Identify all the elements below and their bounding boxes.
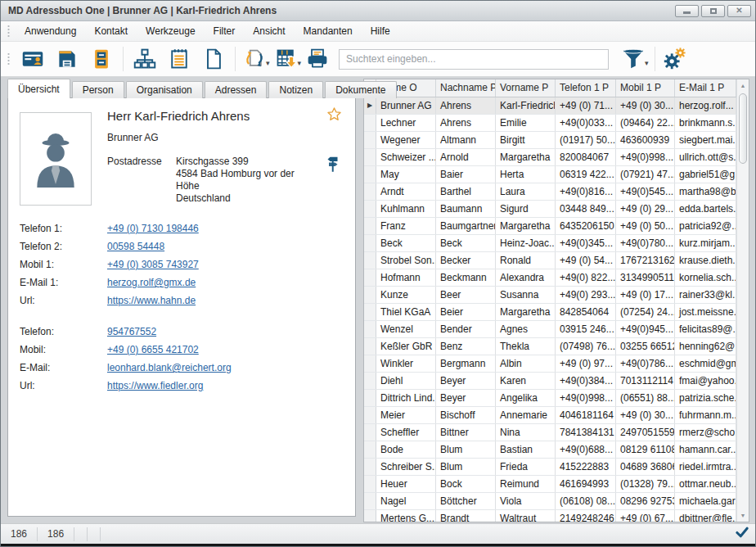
table-cell[interactable]: Heuer [376, 476, 436, 492]
menu-item-mandanten[interactable]: Mandanten [295, 22, 362, 40]
column-header-e-mail-1-p[interactable]: E-Mail 1 P [675, 79, 736, 97]
table-cell[interactable]: gabriel51@g... [675, 166, 736, 183]
row-selector[interactable] [364, 338, 376, 355]
table-cell[interactable]: Böttcher [436, 493, 496, 509]
table-cell[interactable]: hamann.car... [675, 441, 736, 458]
table-row[interactable]: Schreiber S...BlumFrieda41522288304689 3… [364, 459, 736, 476]
row-selector[interactable] [364, 166, 376, 183]
vertical-scrollbar[interactable]: ▲ ▼ [736, 79, 749, 522]
table-row[interactable]: Mertens G...BrandtWaltraut2149248246+49 … [364, 510, 736, 522]
table-cell[interactable]: +49(0)780... [616, 235, 675, 251]
table-cell[interactable]: Brunner AG [376, 97, 436, 114]
row-selector[interactable] [364, 218, 376, 234]
table-cell[interactable]: Beier [436, 304, 496, 320]
new-document-button[interactable] [196, 44, 231, 74]
menu-item-werkzeuge[interactable]: Werkzeuge [137, 22, 204, 40]
table-cell[interactable]: Ahrens [436, 115, 496, 131]
table-cell[interactable]: riedel.irmtra... [675, 459, 736, 475]
table-cell[interactable]: michaela.gar... [675, 493, 736, 509]
table-cell[interactable]: Blum [436, 459, 496, 475]
table-cell[interactable]: martha98@b... [675, 183, 736, 200]
tab-übersicht[interactable]: Übersicht [7, 79, 70, 98]
table-cell[interactable]: +49 (0) 17... [616, 287, 675, 303]
table-cell[interactable]: Scheffler [376, 424, 436, 441]
row-selector[interactable] [364, 252, 376, 269]
table-cell[interactable]: 08296 92753 [616, 493, 675, 509]
table-cell[interactable]: 2149248246 [556, 510, 616, 522]
table-cell[interactable]: (06551) 88... [616, 390, 675, 406]
table-row[interactable]: WenzelBenderAgnes03915 246...+49(0)945..… [364, 321, 736, 338]
tab-adressen[interactable]: Adressen [205, 81, 268, 98]
table-cell[interactable]: Beck [436, 235, 496, 251]
route-button[interactable] [326, 156, 339, 175]
table-cell[interactable]: 6435206150 [556, 218, 616, 234]
table-cell[interactable]: Angelika [496, 390, 556, 406]
table-cell[interactable]: +49 (0) 67... [616, 510, 675, 522]
table-row[interactable]: FranzBaumgartnerMargaretha6435206150+49 … [364, 218, 736, 235]
table-row[interactable]: BodeBlumBastian+49(0)688...08129 61108ha… [364, 441, 736, 459]
archive-cabinet-button[interactable] [84, 44, 119, 74]
table-cell[interactable]: +49(0)545... [616, 183, 675, 200]
row-selector[interactable] [364, 304, 376, 320]
table-cell[interactable]: +49(0) 822... [556, 269, 616, 286]
scrollbar-thumb[interactable] [739, 93, 747, 164]
table-cell[interactable]: Alexandra [496, 269, 556, 286]
notes-button[interactable] [162, 44, 196, 74]
table-cell[interactable]: Arndt [376, 183, 436, 200]
table-cell[interactable]: Beyer [436, 390, 496, 406]
table-cell[interactable]: 7841384131 [556, 424, 616, 441]
table-cell[interactable]: +49(0)688... [556, 441, 616, 458]
table-cell[interactable]: ottmar.neub... [675, 476, 736, 492]
table-cell[interactable]: Ahrens [436, 97, 496, 114]
table-cell[interactable]: (09464) 22... [616, 115, 675, 131]
table-cell[interactable]: Sigurd [496, 201, 556, 217]
table-cell[interactable]: patricia92@... [675, 218, 736, 234]
table-cell[interactable]: Margaretha [496, 149, 556, 165]
contact-link[interactable]: https://www.hahn.de [107, 295, 196, 306]
table-row[interactable]: NagelBöttcherViola(06108) 08...08296 927… [364, 493, 736, 510]
table-cell[interactable]: 08129 61108 [616, 441, 675, 458]
table-cell[interactable]: Altmann [436, 132, 496, 148]
settings-button[interactable] [659, 44, 689, 74]
table-cell[interactable]: (07254) 24... [616, 304, 675, 320]
row-selector[interactable] [364, 476, 376, 492]
minimize-button[interactable] [675, 5, 699, 17]
tab-person[interactable]: Person [72, 81, 124, 98]
table-cell[interactable]: Heinz-Joac... [496, 235, 556, 251]
table-cell[interactable]: (07921) 47... [616, 166, 675, 183]
convert-document-button[interactable] [240, 44, 269, 74]
table-cell[interactable]: Becker [436, 252, 496, 269]
contact-link[interactable]: 00598 54448 [107, 241, 164, 252]
table-row[interactable]: LechnerAhrensEmilie+49(0)033...(09464) 2… [364, 115, 736, 132]
table-cell[interactable]: Agnes [496, 321, 556, 337]
table-cell[interactable]: Wenzel [376, 321, 436, 337]
row-selector[interactable] [364, 287, 376, 303]
table-cell[interactable]: +49 (0) 54... [556, 252, 616, 269]
convert-dropdown-caret[interactable]: ▾ [266, 59, 270, 67]
table-cell[interactable]: Baumgartner [436, 218, 496, 234]
table-cell[interactable]: herzog.rolf... [675, 97, 736, 114]
table-cell[interactable]: Beer [436, 287, 496, 303]
table-cell[interactable]: +49(0) 293... [556, 287, 616, 303]
table-cell[interactable]: Lechner [376, 115, 436, 131]
table-cell[interactable]: kurz.mirjam... [675, 235, 736, 251]
table-cell[interactable]: 03448 849... [556, 201, 616, 217]
table-cell[interactable]: Herta [496, 166, 556, 183]
contact-link[interactable]: leonhard.blank@reichert.org [107, 362, 232, 373]
table-cell[interactable]: siegbert.mai... [675, 132, 736, 148]
table-cell[interactable]: +49 (0) 29... [616, 201, 675, 217]
table-row[interactable]: SchefflerBittnerNina78413841312497051559… [364, 424, 736, 441]
table-cell[interactable]: Schweizer ... [376, 149, 436, 165]
row-selector[interactable] [364, 115, 376, 131]
table-cell[interactable]: Karl-Friedrich [496, 97, 556, 114]
table-cell[interactable]: fuhrmann.m... [675, 407, 736, 423]
table-row[interactable]: Dittrich Lind...BeyerAngelika+49(0)998..… [364, 390, 736, 407]
row-selector[interactable] [364, 201, 376, 217]
table-cell[interactable]: 1767213162 [616, 252, 675, 269]
row-selector[interactable] [364, 321, 376, 337]
table-cell[interactable]: brinkmann.s... [675, 115, 736, 131]
table-cell[interactable]: +49 (0) 71... [556, 97, 616, 114]
table-cell[interactable]: Mertens G... [376, 510, 436, 522]
table-cell[interactable]: jost.meissne... [675, 304, 736, 320]
table-cell[interactable]: +49 (0) 30... [616, 407, 675, 423]
